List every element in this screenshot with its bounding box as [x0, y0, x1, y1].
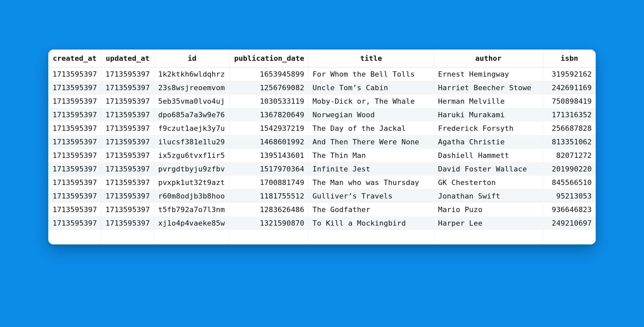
table-header: created_at updated_at id publication_dat…: [48, 50, 596, 67]
cell-created_at: 1713595397: [48, 176, 101, 189]
cell-publication_date: 1283626486: [230, 203, 308, 216]
cell-updated_at: 1713595397: [101, 216, 154, 230]
cell-empty: [308, 230, 434, 244]
cell-empty: [154, 230, 230, 244]
cell-isbn: 242691169: [543, 81, 596, 94]
cell-updated_at: 1713595397: [101, 135, 154, 149]
cell-author: Jonathan Swift: [434, 189, 543, 203]
table-row[interactable]: 171359539717135953971k2ktkh6wldqhrz16539…: [48, 67, 596, 81]
table-row[interactable]: 17135953971713595397pvxpk1ut32t9azt17008…: [48, 176, 596, 189]
cell-empty: [230, 230, 308, 244]
cell-isbn: 936646823: [543, 203, 596, 216]
col-header-isbn[interactable]: isbn: [543, 50, 596, 67]
table-row[interactable]: 17135953971713595397f9czut1aejk3y7u15429…: [48, 122, 596, 135]
cell-created_at: 1713595397: [48, 108, 101, 122]
cell-isbn: 813351062: [543, 135, 596, 149]
cell-publication_date: 1395143601: [230, 149, 308, 162]
cell-updated_at: 1713595397: [101, 203, 154, 216]
table-row[interactable]: 17135953971713595397pvrgdtbyju9zfbv15179…: [48, 162, 596, 176]
cell-created_at: 1713595397: [48, 135, 101, 149]
cell-title: To Kill a Mockingbird: [308, 216, 434, 230]
cell-title: The Thin Man: [308, 149, 434, 162]
cell-id: 5eb35vma0lvo4uj: [154, 94, 230, 108]
cell-id: f9czut1aejk3y7u: [154, 122, 230, 135]
cell-id: ix5zgu6tvxf1ir5: [154, 149, 230, 162]
cell-isbn: 82071272: [543, 149, 596, 162]
cell-title: Norwegian Wood: [308, 108, 434, 122]
cell-author: Harper Lee: [434, 216, 543, 230]
cell-publication_date: 1321590870: [230, 216, 308, 230]
cell-title: For Whom the Bell Tolls: [308, 67, 434, 81]
cell-updated_at: 1713595397: [101, 122, 154, 135]
col-header-updated_at[interactable]: updated_at: [101, 50, 154, 67]
cell-updated_at: 1713595397: [101, 176, 154, 189]
cell-updated_at: 1713595397: [101, 108, 154, 122]
cell-publication_date: 1653945899: [230, 67, 308, 81]
cell-id: xj1o4p4vaeke85w: [154, 216, 230, 230]
cell-author: Mario Puzo: [434, 203, 543, 216]
cell-updated_at: 1713595397: [101, 189, 154, 203]
cell-author: GK Chesterton: [434, 176, 543, 189]
cell-isbn: 256687828: [543, 122, 596, 135]
cell-isbn: 750898419: [543, 94, 596, 108]
cell-publication_date: 1468601992: [230, 135, 308, 149]
cell-title: The Man who was Thursday: [308, 176, 434, 189]
cell-created_at: 1713595397: [48, 67, 101, 81]
cell-publication_date: 1181755512: [230, 189, 308, 203]
cell-empty: [434, 230, 543, 244]
cell-id: pvrgdtbyju9zfbv: [154, 162, 230, 176]
cell-isbn: 249210697: [543, 216, 596, 230]
cell-updated_at: 1713595397: [101, 94, 154, 108]
cell-isbn: 95213053: [543, 189, 596, 203]
cell-author: Frederick Forsyth: [434, 122, 543, 135]
cell-id: dpo685a7a3w9e76: [154, 108, 230, 122]
table-row[interactable]: 17135953971713595397ilucsf381e1lu2914686…: [48, 135, 596, 149]
cell-title: The Day of the Jackal: [308, 122, 434, 135]
table-row-empty: [48, 230, 596, 244]
col-header-publication_date[interactable]: publication_date: [230, 50, 308, 67]
cell-created_at: 1713595397: [48, 122, 101, 135]
cell-id: r60m8odjb3b8hoo: [154, 189, 230, 203]
table-body: 171359539717135953971k2ktkh6wldqhrz16539…: [48, 67, 596, 245]
table-row[interactable]: 17135953971713595397ix5zgu6tvxf1ir513951…: [48, 149, 596, 162]
cell-id: t5fb792a7o7l3nm: [154, 203, 230, 216]
cell-publication_date: 1517970364: [230, 162, 308, 176]
cell-isbn: 319592162: [543, 67, 596, 81]
table-row[interactable]: 17135953971713595397dpo685a7a3w9e7613678…: [48, 108, 596, 122]
cell-author: Ernest Hemingway: [434, 67, 543, 81]
cell-isbn: 845566510: [543, 176, 596, 189]
cell-publication_date: 1542937219: [230, 122, 308, 135]
cell-publication_date: 1256769082: [230, 81, 308, 94]
cell-title: Uncle Tom’s Cabin: [308, 81, 434, 94]
table-row[interactable]: 171359539717135953975eb35vma0lvo4uj10305…: [48, 94, 596, 108]
col-header-created_at[interactable]: created_at: [48, 50, 101, 67]
cell-author: Dashiell Hammett: [434, 149, 543, 162]
cell-publication_date: 1367820649: [230, 108, 308, 122]
cell-title: Infinite Jest: [308, 162, 434, 176]
table-header-row: created_at updated_at id publication_dat…: [48, 50, 596, 67]
cell-updated_at: 1713595397: [101, 67, 154, 81]
table-row[interactable]: 17135953971713595397xj1o4p4vaeke85w13215…: [48, 216, 596, 230]
cell-publication_date: 1700881749: [230, 176, 308, 189]
cell-id: ilucsf381e1lu29: [154, 135, 230, 149]
cell-isbn: 171316352: [543, 108, 596, 122]
table-row[interactable]: 17135953971713595397r60m8odjb3b8hoo11817…: [48, 189, 596, 203]
table-row[interactable]: 17135953971713595397t5fb792a7o7l3nm12836…: [48, 203, 596, 216]
cell-updated_at: 1713595397: [101, 81, 154, 94]
cell-author: Haruki Murakami: [434, 108, 543, 122]
cell-empty: [543, 230, 596, 244]
cell-author: Agatha Christie: [434, 135, 543, 149]
cell-author: Harriet Beecher Stowe: [434, 81, 543, 94]
cell-empty: [101, 230, 154, 244]
cell-title: Gulliver’s Travels: [308, 189, 434, 203]
table-row[interactable]: 1713595397171359539723s8wsjreoemvom12567…: [48, 81, 596, 94]
data-table: created_at updated_at id publication_dat…: [48, 50, 596, 244]
cell-created_at: 1713595397: [48, 203, 101, 216]
cell-title: Moby-Dick or, The Whale: [308, 94, 434, 108]
col-header-id[interactable]: id: [154, 50, 230, 67]
cell-updated_at: 1713595397: [101, 149, 154, 162]
col-header-author[interactable]: author: [434, 50, 543, 67]
cell-created_at: 1713595397: [48, 94, 101, 108]
col-header-title[interactable]: title: [308, 50, 434, 67]
cell-created_at: 1713595397: [48, 162, 101, 176]
